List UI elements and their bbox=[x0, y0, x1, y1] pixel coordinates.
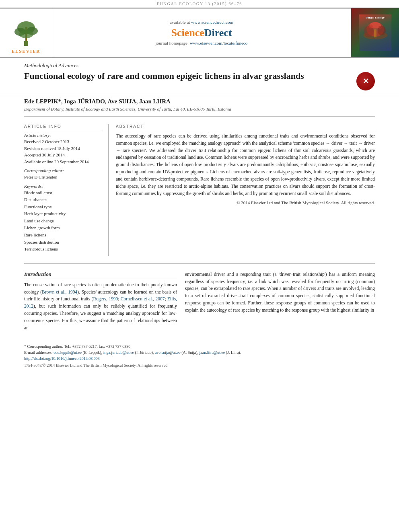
article-info-abstract-section: ARTICLE INFO Article history: Received 2… bbox=[0, 120, 399, 260]
article-info-col: ARTICLE INFO Article history: Received 2… bbox=[24, 124, 109, 256]
cornelissen-2007-link[interactable]: Cornelissen et al., 2007 bbox=[121, 296, 165, 301]
svg-point-12 bbox=[369, 25, 373, 29]
journal-homepage: journal homepage: www.elsevier.com/locat… bbox=[156, 41, 247, 45]
journal-center: available at www.sciencedirect.com Scien… bbox=[52, 8, 351, 57]
svg-point-5 bbox=[19, 30, 33, 38]
corresponding-editor-label: Corresponding editor: bbox=[24, 168, 102, 173]
paper-title: Functional ecology of rare and common ep… bbox=[24, 70, 352, 82]
keyword-1: Biotic soil crust bbox=[24, 189, 102, 197]
keyword-3: Functional type bbox=[24, 203, 102, 211]
affiliation: Department of Botany, Institute of Ecolo… bbox=[24, 107, 375, 111]
rogers-1990-link[interactable]: Rogers, 1990 bbox=[93, 296, 118, 301]
crossmark-badge[interactable]: ✕ bbox=[356, 72, 375, 90]
keyword-5: Land use change bbox=[24, 218, 102, 225]
keyword-4: Herb layer productivity bbox=[24, 210, 102, 218]
crossmark-icon: ✕ bbox=[363, 77, 369, 86]
cover-title-text: Fungal Ecology bbox=[366, 16, 384, 19]
title-section: Methodological Advances Functional ecolo… bbox=[0, 58, 399, 94]
introduction-section: Introduction The conservation of rare sp… bbox=[0, 267, 399, 336]
paper-title-row: Functional ecology of rare and common ep… bbox=[24, 70, 375, 90]
svg-point-13 bbox=[378, 26, 382, 29]
sciencedirect-logo: ScienceDirect bbox=[171, 27, 232, 39]
cover-illustration bbox=[361, 19, 390, 41]
section-divider-2 bbox=[24, 263, 375, 264]
corresponding-editor-group: Corresponding editor: Peter D Crittenden bbox=[24, 168, 102, 181]
abstract-text: The autecology of rare species can be de… bbox=[116, 133, 375, 197]
sciencedirect-url[interactable]: www.sciencedirect.com bbox=[191, 20, 233, 25]
history-label: Article history: bbox=[24, 133, 102, 138]
corresponding-editor-name: Peter D Crittenden bbox=[24, 174, 102, 181]
email-suija[interactable]: ave.suija@ut.ee bbox=[155, 350, 181, 355]
intro-para-right: environmental driver and a responding tr… bbox=[185, 271, 375, 314]
email-juriado[interactable]: inga.juriado@ut.ee bbox=[103, 350, 134, 355]
keyword-8: Species distribution bbox=[24, 239, 102, 246]
elsevier-brand-text: ELSEVIER bbox=[12, 49, 41, 53]
keyword-9: Terricolous lichens bbox=[24, 246, 102, 253]
footnote-doi: http://dx.doi.org/10.1016/j.funeco.2014.… bbox=[24, 355, 375, 362]
elsevier-tree-icon bbox=[8, 19, 44, 47]
keywords-list: Biotic soil crust Disturbances Functiona… bbox=[24, 189, 102, 253]
keyword-2: Disturbances bbox=[24, 196, 102, 203]
elsevier-logo-box: ELSEVIER bbox=[0, 8, 52, 57]
svg-rect-0 bbox=[24, 41, 28, 46]
accepted: Accepted 30 July 2014 bbox=[24, 152, 102, 158]
page-footer: * Corresponding author. Tel.: +372 737 6… bbox=[0, 340, 399, 371]
intro-heading: Introduction bbox=[24, 271, 177, 279]
section-label: Methodological Advances bbox=[24, 62, 375, 69]
abstract-copyright: © 2014 Elsevier Ltd and The British Myco… bbox=[116, 200, 375, 205]
journal-header-line: FUNGAL ECOLOGY 13 (2015) 66–76 bbox=[0, 0, 399, 8]
available-online: Available online 20 September 2014 bbox=[24, 158, 102, 165]
intro-right-col: environmental driver and a responding tr… bbox=[185, 271, 375, 332]
email-leppik[interactable]: ede.leppik@ut.ee bbox=[53, 350, 82, 355]
available-at-label: available at www.sciencedirect.com bbox=[170, 20, 233, 25]
received1: Received 2 October 2013 bbox=[24, 138, 102, 145]
revision: Revision received 18 July 2014 bbox=[24, 145, 102, 152]
keyword-6: Lichen growth form bbox=[24, 224, 102, 232]
intro-left-col: Introduction The conservation of rare sp… bbox=[24, 271, 177, 332]
abstract-header: ABSTRACT bbox=[116, 124, 375, 130]
intro-para-left: The conservation of rare species is ofte… bbox=[24, 281, 177, 332]
copyright-bottom: 1754-5048/© 2014 Elsevier Ltd and The Br… bbox=[24, 363, 375, 368]
keyword-7: Rare lichens bbox=[24, 232, 102, 239]
authors-line: Ede LEPPIK*, Inga JÜRIADO, Ave SUIJA, Ja… bbox=[24, 98, 375, 105]
article-info-header: ARTICLE INFO bbox=[24, 124, 102, 130]
abstract-col: ABSTRACT The autecology of rare species … bbox=[109, 124, 375, 256]
journal-header: ELSEVIER available at www.sciencedirect.… bbox=[0, 8, 399, 58]
journal-cover-image: Fungal Ecology bbox=[359, 14, 391, 51]
keywords-group: Keywords: Biotic soil crust Disturbances… bbox=[24, 184, 102, 253]
history-group: Article history: Received 2 October 2013… bbox=[24, 133, 102, 165]
footnote-star: * Corresponding author. Tel.: +372 737 6… bbox=[24, 343, 375, 349]
homepage-url[interactable]: www.elsevier.com/locate/funeco bbox=[190, 41, 247, 45]
authors-section: Ede LEPPIK*, Inga JÜRIADO, Ave SUIJA, Ja… bbox=[0, 94, 399, 113]
svg-rect-10 bbox=[374, 29, 376, 37]
science-text: Science bbox=[171, 27, 204, 39]
section-divider bbox=[24, 116, 375, 117]
brown-1994-link[interactable]: Brown et al., 1994 bbox=[42, 290, 77, 294]
email-liira[interactable]: jaan.liira@ut.ee bbox=[200, 350, 225, 355]
direct-text: Direct bbox=[204, 27, 232, 39]
keywords-label: Keywords: bbox=[24, 184, 102, 189]
journal-cover-box: Fungal Ecology bbox=[351, 8, 399, 57]
footnote-emails: E-mail addresses: ede.leppik@ut.ee (E. L… bbox=[24, 349, 375, 355]
doi-link[interactable]: http://dx.doi.org/10.1016/j.funeco.2014.… bbox=[24, 356, 100, 361]
